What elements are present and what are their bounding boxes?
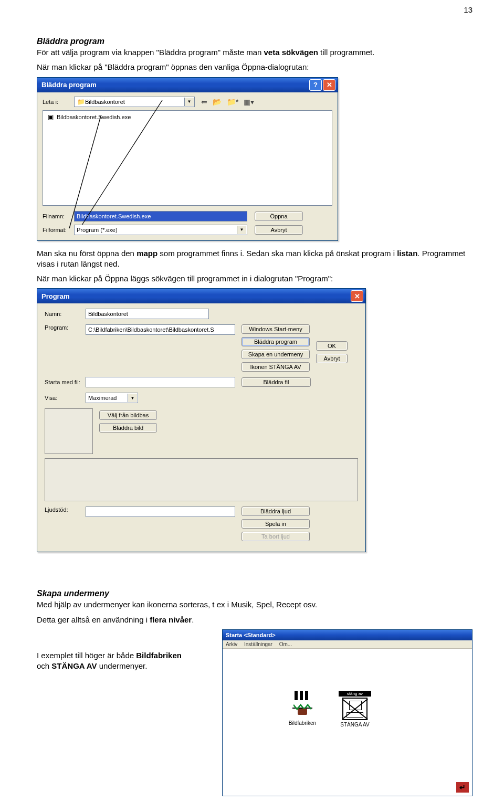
- heading-skapa-undermeny: Skapa undermeny: [37, 589, 472, 598]
- starta-fil-field[interactable]: [86, 377, 235, 387]
- text: och: [37, 661, 51, 670]
- open-button[interactable]: Öppna: [255, 212, 303, 221]
- bladdra-program-button[interactable]: Bläddra program: [242, 337, 310, 346]
- icon-label: Bildfabriken: [289, 720, 316, 726]
- text: till programmet.: [318, 48, 375, 57]
- heading-bladdra-program: Bläddra program: [37, 37, 472, 46]
- titlebar: Starta <Standard>: [223, 630, 472, 640]
- svg-line-0: [80, 100, 162, 228]
- stang-av-label: stäng av: [339, 691, 371, 697]
- text: .: [192, 615, 194, 624]
- icon-bildfabriken[interactable]: Bildfabriken: [283, 691, 322, 726]
- text-bold: Bildfabriken: [136, 651, 182, 660]
- program-field[interactable]: C:\Bildfabriken\Bildbaskontoret\Bildbask…: [86, 324, 235, 335]
- ta-bort-ljud-button: Ta bort ljud: [242, 532, 310, 541]
- para-intro-1: För att välja program via knappen "Blädd…: [37, 47, 472, 58]
- icon-canvas: Bildfabriken stäng av STÄNGA AV ↵: [223, 649, 472, 796]
- bladdra-ljud-button[interactable]: Bläddra ljud: [242, 507, 310, 516]
- svg-line-1: [69, 116, 101, 228]
- namn-value: Bildbaskontoret: [88, 311, 128, 317]
- text: I exemplet till höger är både: [37, 651, 136, 660]
- dialog-program: Program ✕ Namn: Bildbaskontoret Program:…: [37, 288, 366, 552]
- title-text: Program: [41, 292, 69, 300]
- icon-stanga-av[interactable]: stäng av STÄNGA AV: [335, 691, 374, 727]
- text-bold: mapp: [136, 249, 158, 258]
- view-menu-icon[interactable]: ▥▾: [244, 98, 254, 106]
- text: Detta ger alltså en användning i: [37, 615, 150, 624]
- starta-standard-window: Starta <Standard> Arkiv Inställningar Om…: [222, 629, 472, 796]
- para-under-2: Detta ger alltså en användning i flera n…: [37, 615, 472, 625]
- para-mapp-listan: Man ska nu först öppna den mapp som prog…: [37, 248, 472, 270]
- preview-square: [45, 408, 93, 454]
- file-list[interactable]: ▣ Bildbaskontoret.Swedish.exe: [43, 110, 332, 206]
- filformat-combo[interactable]: Program (*.exe) ▼: [74, 225, 247, 235]
- text-bold: veta sökvägen: [264, 48, 318, 57]
- skapa-undermeny-button[interactable]: Skapa en undermeny: [242, 350, 310, 359]
- bladdra-fil-button[interactable]: Bläddra fil: [242, 377, 311, 387]
- large-preview: [45, 458, 358, 501]
- avbryt-button[interactable]: Avbryt: [316, 354, 348, 363]
- label-namn: Namn:: [45, 311, 86, 317]
- label-ljudstod: Ljudstöd:: [45, 507, 86, 513]
- ok-button[interactable]: OK: [316, 341, 348, 351]
- close-icon[interactable]: ✕: [323, 79, 335, 91]
- program-value: C:\Bildfabriken\Bildbaskontoret\Bildbask…: [88, 326, 214, 333]
- close-icon[interactable]: ✕: [351, 290, 363, 302]
- text: som programmet finns i. Sedan ska man kl…: [158, 249, 397, 258]
- ljudstod-field[interactable]: [86, 507, 235, 517]
- label-starta-med-fil: Starta med fil:: [45, 379, 86, 385]
- text-bold: flera nivåer: [150, 615, 192, 624]
- label-visa: Visa:: [45, 395, 86, 401]
- icon-label: STÄNGA AV: [340, 722, 369, 727]
- text-bold: STÄNGA AV: [51, 661, 97, 670]
- text: undermenyer.: [97, 661, 147, 670]
- windows-start-button[interactable]: Windows Start-meny: [242, 324, 310, 334]
- title-text: Starta <Standard>: [226, 632, 276, 638]
- ikon-stanga-av-button[interactable]: Ikonen STÄNGA AV: [242, 362, 310, 372]
- valj-fran-bildbas-button[interactable]: Välj från bildbas: [99, 410, 157, 420]
- titlebar: Program ✕: [37, 289, 365, 303]
- back-arrow-button[interactable]: ↵: [456, 782, 469, 793]
- menu-installningar[interactable]: Inställningar: [244, 641, 272, 647]
- spela-in-button[interactable]: Spela in: [242, 519, 310, 529]
- help-icon[interactable]: ?: [309, 79, 322, 91]
- menu-bar: Arkiv Inställningar Om...: [223, 640, 472, 649]
- filformat-value: Program (*.exe): [77, 227, 118, 233]
- text: Man ska nu först öppna den: [37, 249, 136, 258]
- keyboard-icon: [342, 698, 368, 720]
- menu-arkiv[interactable]: Arkiv: [226, 641, 237, 647]
- cancel-button[interactable]: Avbryt: [255, 225, 303, 235]
- namn-field[interactable]: Bildbaskontoret: [86, 309, 209, 319]
- para-example: I exemplet till höger är både Bildfabrik…: [37, 650, 194, 672]
- page-number: 13: [464, 5, 472, 14]
- dialog-bladdra-program: Bläddra program ? ✕ Leta i: 📁 Bildbaskon…: [37, 77, 338, 241]
- label-program: Program:: [45, 324, 86, 331]
- chevron-down-icon[interactable]: ▼: [237, 226, 246, 234]
- bladdra-bild-button[interactable]: Bläddra bild: [99, 423, 157, 433]
- text-bold: listan: [397, 249, 417, 258]
- para-under-1: Med hjälp av undermenyer kan ikonerna so…: [37, 599, 472, 610]
- title-text: Bläddra program: [41, 81, 97, 89]
- para-intro-2: När man klickar på "Bläddra program" öpp…: [37, 62, 472, 72]
- para-oppna: När man klickar på Öppna läggs sökvägen …: [37, 273, 472, 284]
- visa-value: Maximerad: [88, 395, 117, 401]
- chevron-down-icon[interactable]: ▼: [128, 394, 137, 402]
- text: För att välja program via knappen "Blädd…: [37, 48, 264, 57]
- menu-om[interactable]: Om...: [279, 641, 292, 647]
- titlebar: Bläddra program ? ✕: [37, 78, 338, 92]
- visa-combo[interactable]: Maximerad ▼: [86, 393, 138, 403]
